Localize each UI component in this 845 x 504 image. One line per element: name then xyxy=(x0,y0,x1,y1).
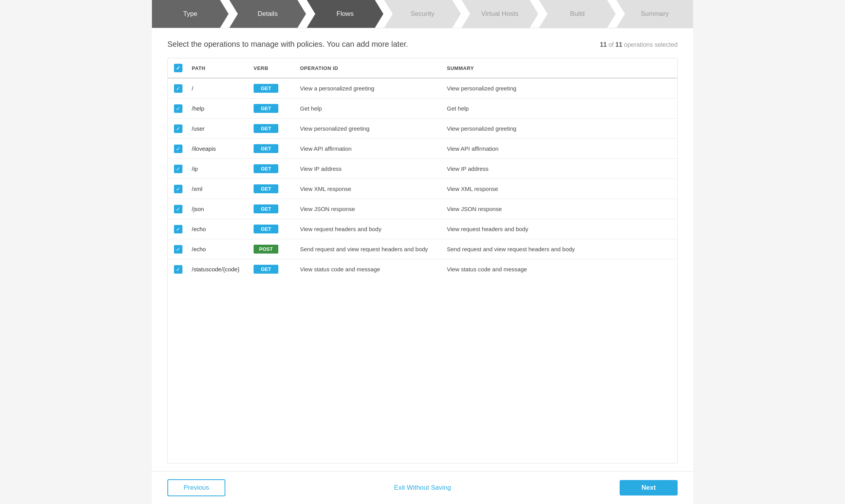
col-path: PATH xyxy=(187,58,249,78)
verb-badge-8: POST xyxy=(254,245,278,254)
row-summary-9: View status code and message xyxy=(442,259,677,279)
row-operation-id-4: View IP address xyxy=(295,159,442,179)
row-checkbox-cell: ✓ xyxy=(168,119,187,139)
row-verb-9: GET xyxy=(249,259,295,279)
operations-table-container: ✓ PATH VERB OPERATION ID SUMMARY ✓ / xyxy=(167,58,678,463)
table-row: ✓ /ip GET View IP address View IP addres… xyxy=(168,159,677,179)
check-icon-3: ✓ xyxy=(176,146,181,152)
check-icon-7: ✓ xyxy=(176,226,181,232)
check-icon-9: ✓ xyxy=(176,267,181,272)
table-row: ✓ /help GET Get help Get help xyxy=(168,99,677,119)
verb-badge-7: GET xyxy=(254,225,278,233)
wizard-step-flows[interactable]: Flows xyxy=(307,0,383,28)
wizard-steps: TypeDetailsFlowsSecurityVirtual HostsBui… xyxy=(152,0,693,28)
row-summary-4: View IP address xyxy=(442,159,677,179)
operations-table: ✓ PATH VERB OPERATION ID SUMMARY ✓ / xyxy=(168,58,677,279)
row-checkbox-7[interactable]: ✓ xyxy=(174,225,182,233)
table-row: ✓ /json GET View JSON response View JSON… xyxy=(168,199,677,219)
row-operation-id-5: View XML response xyxy=(295,179,442,199)
wizard-step-build: Build xyxy=(539,0,615,28)
verb-badge-0: GET xyxy=(254,84,278,93)
row-checkbox-cell: ✓ xyxy=(168,259,187,279)
row-checkbox-9[interactable]: ✓ xyxy=(174,265,182,274)
table-row: ✓ /echo GET View request headers and bod… xyxy=(168,219,677,239)
wizard-step-summary: Summary xyxy=(617,0,693,28)
verb-badge-4: GET xyxy=(254,164,278,173)
row-path-3: /iloveapis xyxy=(187,139,249,159)
row-summary-1: Get help xyxy=(442,99,677,119)
row-operation-id-0: View a personalized greeting xyxy=(295,78,442,99)
row-operation-id-2: View personalized greeting xyxy=(295,119,442,139)
row-summary-0: View personalized greeting xyxy=(442,78,677,99)
row-checkbox-0[interactable]: ✓ xyxy=(174,84,182,93)
row-path-7: /echo xyxy=(187,219,249,239)
row-checkbox-6[interactable]: ✓ xyxy=(174,205,182,213)
row-checkbox-cell: ✓ xyxy=(168,239,187,259)
wizard-step-details[interactable]: Details xyxy=(229,0,306,28)
main-content: Select the operations to manage with pol… xyxy=(152,28,693,471)
row-operation-id-9: View status code and message xyxy=(295,259,442,279)
step-label-details: Details xyxy=(257,10,278,18)
table-row: ✓ /iloveapis GET View API affirmation Vi… xyxy=(168,139,677,159)
row-verb-4: GET xyxy=(249,159,295,179)
check-icon-2: ✓ xyxy=(176,126,181,131)
step-label-flows: Flows xyxy=(337,10,354,18)
col-summary: SUMMARY xyxy=(442,58,677,78)
header-row: Select the operations to manage with pol… xyxy=(167,40,678,49)
previous-button[interactable]: Previous xyxy=(167,479,225,496)
wizard-step-virtual-hosts: Virtual Hosts xyxy=(462,0,538,28)
row-verb-1: GET xyxy=(249,99,295,119)
verb-badge-5: GET xyxy=(254,184,278,193)
table-row: ✓ /user GET View personalized greeting V… xyxy=(168,119,677,139)
ops-label: operations selected xyxy=(624,41,678,48)
row-checkbox-4[interactable]: ✓ xyxy=(174,165,182,173)
step-label-summary: Summary xyxy=(641,10,669,18)
row-verb-3: GET xyxy=(249,139,295,159)
row-path-8: /echo xyxy=(187,239,249,259)
select-all-checkbox[interactable]: ✓ xyxy=(174,64,182,72)
row-verb-2: GET xyxy=(249,119,295,139)
step-label-build: Build xyxy=(570,10,585,18)
verb-badge-2: GET xyxy=(254,124,278,133)
next-button[interactable]: Next xyxy=(620,480,678,495)
exit-without-saving-button[interactable]: Exit Without Saving xyxy=(394,484,451,492)
row-summary-8: Send request and view request headers an… xyxy=(442,239,677,259)
row-checkbox-2[interactable]: ✓ xyxy=(174,124,182,133)
row-checkbox-5[interactable]: ✓ xyxy=(174,185,182,193)
ops-count: 11 xyxy=(600,41,607,48)
check-icon-4: ✓ xyxy=(176,166,181,172)
table-row: ✓ /xml GET View XML response View XML re… xyxy=(168,179,677,199)
check-icon-1: ✓ xyxy=(176,106,181,111)
row-checkbox-cell: ✓ xyxy=(168,99,187,119)
row-operation-id-1: Get help xyxy=(295,99,442,119)
row-summary-6: View JSON response xyxy=(442,199,677,219)
header-checkbox-cell: ✓ xyxy=(168,58,187,78)
row-operation-id-3: View API affirmation xyxy=(295,139,442,159)
select-all-check-icon: ✓ xyxy=(176,65,181,71)
row-verb-5: GET xyxy=(249,179,295,199)
page-description: Select the operations to manage with pol… xyxy=(167,40,408,49)
row-summary-7: View request headers and body xyxy=(442,219,677,239)
row-verb-8: POST xyxy=(249,239,295,259)
row-checkbox-cell: ✓ xyxy=(168,159,187,179)
ops-selected-count: 11 of 11 operations selected xyxy=(600,40,678,48)
row-path-4: /ip xyxy=(187,159,249,179)
verb-badge-3: GET xyxy=(254,144,278,153)
verb-badge-9: GET xyxy=(254,265,278,274)
check-icon-0: ✓ xyxy=(176,86,181,91)
table-body: ✓ / GET View a personalized greeting Vie… xyxy=(168,78,677,279)
row-checkbox-1[interactable]: ✓ xyxy=(174,104,182,113)
row-verb-7: GET xyxy=(249,219,295,239)
row-path-9: /statuscode/{code} xyxy=(187,259,249,279)
row-path-6: /json xyxy=(187,199,249,219)
row-checkbox-8[interactable]: ✓ xyxy=(174,245,182,254)
footer: Previous Exit Without Saving Next xyxy=(152,471,693,504)
step-label-virtual-hosts: Virtual Hosts xyxy=(481,10,518,18)
wizard-step-type[interactable]: Type xyxy=(152,0,228,28)
row-checkbox-cell: ✓ xyxy=(168,199,187,219)
row-checkbox-cell: ✓ xyxy=(168,139,187,159)
row-checkbox-cell: ✓ xyxy=(168,78,187,99)
row-operation-id-8: Send request and view request headers an… xyxy=(295,239,442,259)
row-checkbox-3[interactable]: ✓ xyxy=(174,145,182,153)
row-path-1: /help xyxy=(187,99,249,119)
